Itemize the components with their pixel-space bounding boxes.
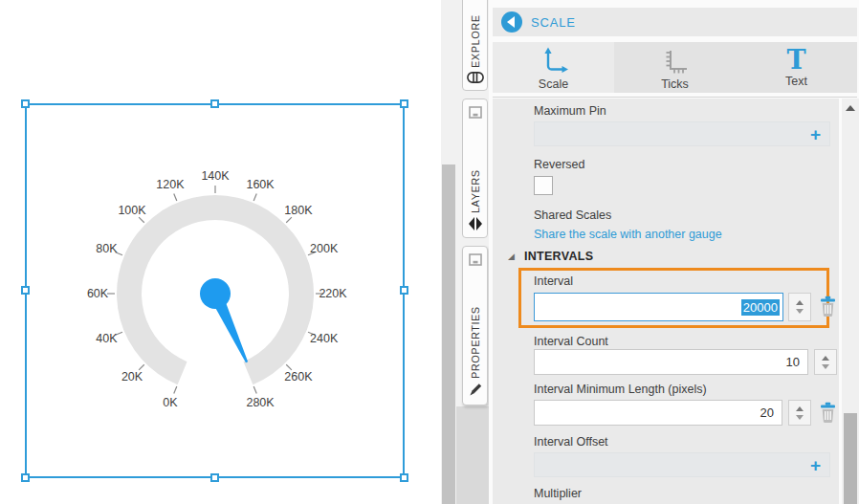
panel-scrollbar[interactable] bbox=[842, 99, 859, 504]
panel-tabs: Scale Ticks T Text bbox=[493, 42, 857, 93]
interval-min-length-label: Interval Minimum Length (pixels) bbox=[534, 383, 707, 396]
interval-min-length-input[interactable]: 20 bbox=[534, 400, 782, 426]
sidebar-tab-explore[interactable]: EXPLORE bbox=[462, 0, 488, 91]
plus-icon[interactable]: + bbox=[810, 125, 821, 143]
sidebar-tab-properties[interactable]: PROPERTIES bbox=[462, 246, 488, 405]
trash-icon bbox=[819, 296, 837, 317]
interval-label: Interval bbox=[534, 274, 573, 288]
window-icon bbox=[469, 253, 482, 266]
properties-tab-label: PROPERTIES bbox=[470, 270, 481, 379]
spinner-down-icon[interactable] bbox=[796, 309, 804, 314]
layers-tab-label: LAYERS bbox=[470, 122, 481, 213]
intervals-section-label: INTERVALS bbox=[524, 250, 593, 263]
interval-count-input[interactable]: 10 bbox=[534, 349, 808, 375]
interval-offset-add-bar[interactable]: + bbox=[534, 452, 830, 477]
sidebar-tab-layers[interactable]: LAYERS bbox=[462, 99, 488, 238]
spinner-down-icon[interactable] bbox=[822, 364, 829, 369]
scroll-up-icon[interactable] bbox=[846, 105, 855, 111]
selection-handle-e[interactable] bbox=[400, 286, 408, 295]
spinner-up-icon[interactable] bbox=[796, 406, 804, 411]
pencil-icon bbox=[468, 383, 483, 398]
trash-icon bbox=[819, 402, 837, 423]
shared-scales-label: Shared Scales bbox=[534, 208, 611, 222]
tab-scale[interactable]: Scale bbox=[493, 42, 614, 93]
tab-text[interactable]: T Text bbox=[736, 42, 857, 93]
tab-scale-label: Scale bbox=[539, 77, 568, 91]
selection-handle-w[interactable] bbox=[21, 286, 30, 295]
interval-count-label: Interval Count bbox=[534, 335, 608, 348]
design-canvas[interactable]: 0K20K40K60K80K100K120K140K160K180K200K22… bbox=[0, 0, 441, 504]
interval-offset-label: Interval Offset bbox=[534, 435, 608, 449]
layers-icon bbox=[468, 217, 483, 230]
selection-handle-se[interactable] bbox=[400, 473, 408, 482]
share-scale-link[interactable]: Share the scale with another gauge bbox=[534, 228, 722, 241]
selection-handle-n[interactable] bbox=[210, 99, 219, 108]
interval-value-selected: 20000 bbox=[741, 299, 780, 316]
interval-count-spinner[interactable] bbox=[814, 349, 837, 375]
side-tabstrip: EXPLORE LAYERS PROPERTIES bbox=[456, 0, 489, 504]
maximum-pin-add-bar[interactable]: + bbox=[534, 121, 830, 146]
gauge-selection-rect[interactable] bbox=[25, 103, 405, 478]
selection-handle-s[interactable] bbox=[210, 473, 219, 482]
ticks-axis-icon bbox=[659, 45, 692, 76]
spinner-down-icon[interactable] bbox=[796, 415, 804, 420]
window-icon bbox=[469, 106, 482, 119]
interval-input[interactable]: 20000 bbox=[534, 293, 783, 321]
interval-min-length-spinner[interactable] bbox=[788, 400, 811, 426]
reversed-checkbox[interactable] bbox=[534, 176, 553, 195]
intervals-section-header[interactable]: ◢ INTERVALS bbox=[508, 250, 593, 263]
tab-text-label: Text bbox=[785, 75, 807, 88]
selection-handle-ne[interactable] bbox=[400, 99, 408, 108]
interval-min-length-trash-button[interactable] bbox=[819, 402, 838, 423]
panel-scrollbar-thumb[interactable] bbox=[844, 413, 857, 504]
canvas-scrollbar-thumb[interactable] bbox=[442, 164, 455, 504]
panel-scroll-content: Maximum Pin + Reversed Shared Scales Sha… bbox=[493, 99, 839, 504]
interval-spinner[interactable] bbox=[788, 293, 811, 321]
multiplier-label: Multiplier bbox=[534, 487, 582, 500]
panel-title: SCALE bbox=[531, 15, 576, 30]
interval-highlight-box: Interval 20000 bbox=[518, 268, 829, 328]
tabstrip-filler bbox=[456, 406, 489, 504]
interval-count-value: 10 bbox=[786, 355, 807, 369]
explore-tab-label: EXPLORE bbox=[470, 4, 481, 68]
interval-min-length-value: 20 bbox=[760, 405, 782, 420]
gauge-designer-app: 0K20K40K60K80K100K120K140K160K180K200K22… bbox=[0, 0, 859, 504]
tab-ticks[interactable]: Ticks bbox=[614, 42, 736, 93]
maximum-pin-label: Maximum Pin bbox=[534, 104, 606, 118]
explore-data-icon bbox=[467, 72, 484, 83]
properties-panel: SCALE Scale bbox=[489, 0, 859, 504]
reversed-label: Reversed bbox=[534, 158, 585, 171]
tab-ticks-label: Ticks bbox=[661, 77, 689, 91]
canvas-scrollbar[interactable] bbox=[441, 0, 456, 504]
selection-handle-nw[interactable] bbox=[21, 99, 30, 108]
plus-icon[interactable]: + bbox=[810, 456, 821, 474]
scale-axis-icon bbox=[538, 45, 570, 76]
expander-icon[interactable]: ◢ bbox=[508, 252, 515, 261]
back-button[interactable] bbox=[501, 11, 522, 33]
selection-handle-sw[interactable] bbox=[21, 473, 30, 482]
panel-header: SCALE bbox=[493, 8, 857, 36]
panel-divider bbox=[493, 97, 857, 98]
spinner-up-icon[interactable] bbox=[822, 356, 829, 361]
interval-trash-button[interactable] bbox=[819, 296, 838, 317]
spinner-up-icon[interactable] bbox=[796, 300, 804, 305]
text-icon: T bbox=[786, 48, 805, 73]
